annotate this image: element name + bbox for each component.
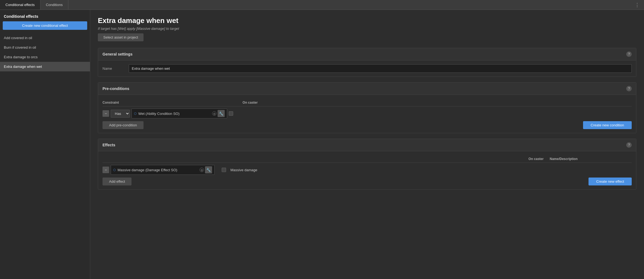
pre-conditions-body: Constraint On caster − Has ⬡ Wet (Abilit… [98,95,636,133]
condition-asset-icon: ⬡ [134,112,137,115]
main-layout: Conditional effects Create new condition… [0,10,644,279]
condition-value-field: ⬡ Wet (Ability Condition SO) ◎ 🔧 [131,109,227,118]
effects-title: Effects [103,143,115,147]
effects-section: Effects ? On caster Name/Description − [98,139,636,190]
general-settings-section: General settings ? Name [98,48,636,77]
general-settings-body: Name [98,60,636,77]
general-settings-help-icon[interactable]: ? [626,51,632,57]
sidebar-title: Conditional effects [0,13,90,21]
condition-wrench-button[interactable]: 🔧 [218,110,225,117]
condition-info-icon[interactable]: ◎ [212,111,216,116]
pre-conditions-table-header: Constraint On caster [103,99,632,106]
pre-conditions-help-icon[interactable]: ? [626,86,632,91]
effect-on-caster-checkbox[interactable] [222,168,226,172]
effect-name-text: Massive damage [230,168,257,172]
effects-bottom-row: Add effect Create new effect [103,178,632,185]
effect-name-desc-col-header: Name/Description [550,157,632,161]
condition-value-text: Wet (Ability Condition SO) [138,112,180,116]
pre-conditions-bottom-row: Add pre-condition Create new condition [103,121,632,129]
select-asset-button[interactable]: Select asset in project [98,33,144,41]
name-input[interactable] [129,64,632,73]
effect-on-caster-col-header: On caster [522,157,550,161]
sidebar-item-add-covered-in-oil[interactable]: Add covered in oil [0,33,90,43]
effects-table-header: On caster Name/Description [103,155,632,163]
create-conditional-effect-button[interactable]: Create new conditional effect [3,21,87,30]
add-effect-button[interactable]: Add effect [103,178,131,185]
effect-value-field: ⬡ Massive damage (Damage Effect SO) ◎ 🔧 [111,165,215,175]
sidebar: Conditional effects Create new condition… [0,10,90,279]
page-subtitle: If target has [Wet] apply [Massive damag… [98,27,636,31]
create-new-effect-button[interactable]: Create new effect [589,178,632,185]
remove-effect-button[interactable]: − [103,167,109,173]
general-settings-header: General settings ? [98,48,636,60]
sidebar-item-extra-damage-when-wet[interactable]: Extra damage when wet [0,62,90,71]
kebab-menu-icon[interactable]: ⋮ [630,2,644,8]
effects-body: On caster Name/Description − ⬡ Massive d… [98,151,636,189]
page-title: Extra damage when wet [98,16,636,25]
effect-value-text: Massive damage (Damage Effect SO) [118,168,177,172]
remove-pre-condition-button[interactable]: − [103,110,109,117]
effect-row: − ⬡ Massive damage (Damage Effect SO) ◎ … [103,165,632,175]
effect-info-icon[interactable]: ◎ [200,168,204,172]
effect-wrench-button[interactable]: 🔧 [205,166,212,173]
has-select[interactable]: Has [111,110,130,118]
pre-conditions-title: Pre-conditions [103,86,129,91]
tab-conditional-effects[interactable]: Conditional effects [0,0,40,10]
sidebar-item-burn-if-covered-in-oil[interactable]: Burn if covered in oil [0,43,90,52]
add-pre-condition-button[interactable]: Add pre-condition [103,121,144,129]
tab-conditions[interactable]: Conditions [40,0,68,10]
name-label: Name [103,66,124,71]
create-new-condition-button[interactable]: Create new condition [583,121,632,129]
general-settings-title: General settings [103,52,133,56]
sidebar-item-extra-damage-to-orcs[interactable]: Extra damage to orcs [0,52,90,62]
content-area: Extra damage when wet If target has [Wet… [90,10,644,279]
on-caster-col-header: On caster [234,100,267,104]
pre-conditions-section: Pre-conditions ? Constraint On caster − … [98,82,636,133]
tab-bar: Conditional effects Conditions ⋮ [0,0,644,10]
pre-condition-row: − Has ⬡ Wet (Ability Condition SO) ◎ 🔧 [103,109,632,118]
name-row: Name [103,64,632,73]
pre-conditions-header: Pre-conditions ? [98,83,636,95]
effects-header: Effects ? [98,139,636,151]
on-caster-checkbox[interactable] [229,111,233,116]
constraint-col-header: Constraint [103,100,234,104]
effect-asset-icon: ⬡ [113,168,116,172]
effects-help-icon[interactable]: ? [626,142,632,148]
